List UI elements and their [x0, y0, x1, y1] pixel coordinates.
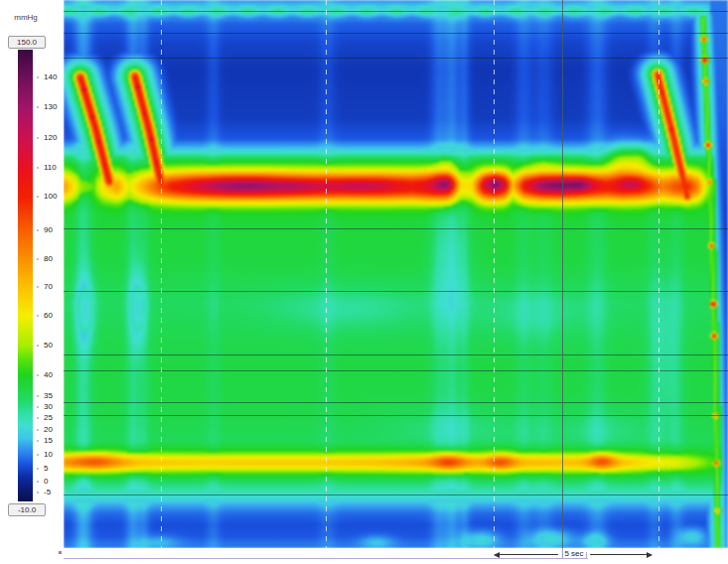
colorbar-tick: 30 — [44, 403, 53, 411]
colorbar-tick: 15 — [44, 437, 53, 445]
colorbar-tick: 10 — [44, 451, 53, 459]
colorbar-unit-label: mmHg — [0, 13, 52, 22]
colorbar-tick: 0 — [44, 478, 48, 486]
colorbar-tick: 60 — [44, 312, 53, 320]
colorbar-tick: 80 — [44, 255, 53, 263]
colorbar-max-value[interactable]: 150.0 — [8, 36, 46, 49]
scalebar-right-arrow-icon — [647, 552, 653, 558]
colorbar-tick: 110 — [44, 164, 57, 172]
colorbar-tick: 35 — [44, 392, 53, 400]
scalebar-left-line — [495, 554, 558, 555]
colorbar-tick: 50 — [44, 342, 53, 350]
colorbar-tick: 120 — [44, 134, 57, 142]
colorbar-tick: 5 — [44, 465, 48, 473]
colorbar-min-value[interactable]: -10.0 — [8, 503, 46, 516]
manometry-pressure-topography-view: mmHg 150.0 14013012011010090807060504035… — [0, 0, 728, 564]
timeline-start-marker — [59, 551, 62, 554]
colorbar-tick: 140 — [44, 73, 57, 81]
scalebar-label: 5 sec — [557, 549, 591, 558]
colorbar-tick: 90 — [44, 226, 53, 234]
time-scalebar: 5 sec — [490, 548, 658, 561]
colorbar-tick: 70 — [44, 283, 53, 291]
colorbar-gradient — [18, 50, 33, 501]
colorbar-tick: 25 — [44, 414, 53, 422]
scalebar-left-arrow-icon — [494, 552, 500, 558]
colorbar-tick: 130 — [44, 103, 57, 111]
colorbar-tick: -5 — [44, 489, 51, 496]
colorbar-tick: 40 — [44, 371, 53, 379]
colorbar-tick: 20 — [44, 426, 53, 434]
scalebar-right-line — [590, 554, 652, 555]
colorbar-tick: 100 — [44, 193, 57, 201]
pressure-heatmap-canvas[interactable] — [64, 0, 728, 548]
